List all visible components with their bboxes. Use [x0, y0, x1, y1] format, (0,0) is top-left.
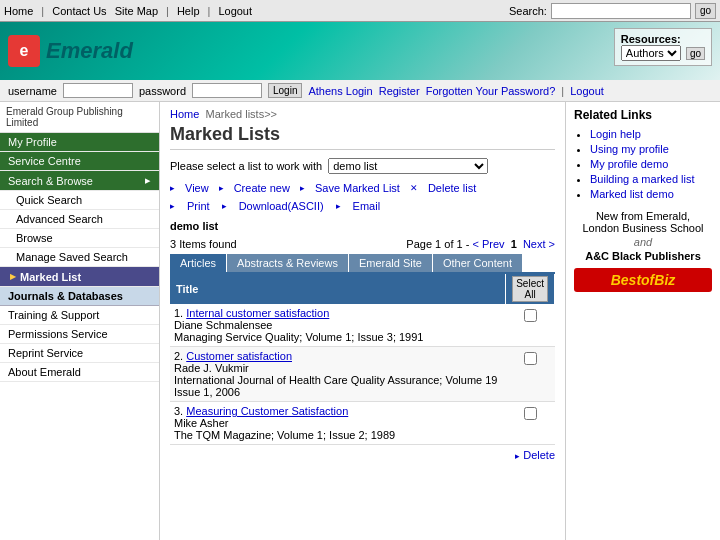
related-link-0[interactable]: Login help	[590, 128, 641, 140]
right-panel: Related Links Login help Using my profil…	[565, 102, 720, 540]
bestofbiz-biz: Biz	[654, 272, 675, 288]
top-search-go-button[interactable]: go	[695, 3, 716, 19]
page-number: 1	[511, 238, 517, 250]
header-logout-link[interactable]: Logout	[570, 85, 604, 97]
nav-sep1: |	[41, 5, 44, 17]
related-link-4[interactable]: Marked list demo	[590, 188, 674, 200]
promo-and: and	[574, 236, 712, 248]
table-row: 1. Internal customer satisfaction Diane …	[170, 304, 555, 347]
article-cell-3: 3. Measuring Customer Satisfaction Mike …	[170, 402, 506, 445]
nav-sep3: |	[208, 5, 211, 17]
article-checkbox-1[interactable]	[524, 309, 537, 322]
save-marked-list-button[interactable]: Save Marked List	[315, 182, 400, 194]
home-link[interactable]: Home	[4, 5, 33, 17]
login-bar: username password Login Athens Login Reg…	[0, 80, 720, 102]
top-search-area: Search: go	[509, 3, 716, 19]
related-link-item: Login help	[590, 128, 712, 140]
sidebar-item-reprint[interactable]: Reprint Service	[0, 344, 159, 363]
tab-articles[interactable]: Articles	[170, 254, 227, 272]
resources-go-button[interactable]: go	[686, 47, 705, 60]
sidebar-section-journals[interactable]: Journals & Databases	[0, 287, 159, 306]
article-checkbox-cell-1	[506, 304, 555, 347]
article-checkbox-3[interactable]	[524, 407, 537, 420]
download-button[interactable]: Download(ASCII)	[239, 200, 324, 212]
article-checkbox-cell-2	[506, 347, 555, 402]
article-meta-2: International Journal of Health Care Qua…	[174, 374, 497, 398]
resources-label: Resources:	[621, 33, 681, 45]
sidebar-item-about[interactable]: About Emerald	[0, 363, 159, 382]
sidebar-item-service-centre[interactable]: Service Centre	[0, 152, 159, 171]
search-label: Search:	[509, 5, 547, 17]
article-title-2[interactable]: Customer satisfaction	[186, 350, 292, 362]
sidebar-myprofile-label: My Profile	[8, 136, 57, 148]
contact-link[interactable]: Contact Us	[52, 5, 106, 17]
article-num-2: 2.	[174, 350, 186, 362]
delete-button[interactable]: Delete	[523, 449, 555, 461]
page-title: Marked Lists	[170, 124, 555, 150]
sidebar-item-training[interactable]: Training & Support	[0, 306, 159, 325]
tab-other-content[interactable]: Other Content	[433, 254, 523, 272]
logo-text: Emerald	[46, 38, 133, 64]
forgotten-password-link[interactable]: Forgotten Your Password?	[426, 85, 556, 97]
related-link-3[interactable]: Building a marked list	[590, 173, 695, 185]
related-link-2[interactable]: My profile demo	[590, 158, 668, 170]
print-button[interactable]: Print	[187, 200, 210, 212]
article-checkbox-2[interactable]	[524, 352, 537, 365]
top-search-input[interactable]	[551, 3, 691, 19]
sidebar-servicecentre-label: Service Centre	[8, 155, 81, 167]
sitemap-link[interactable]: Site Map	[115, 5, 158, 17]
sidebar-item-manage-saved[interactable]: Manage Saved Search	[0, 248, 159, 267]
related-link-1[interactable]: Using my profile	[590, 143, 669, 155]
athens-login-link[interactable]: Athens Login	[308, 85, 372, 97]
article-num-3: 3.	[174, 405, 186, 417]
password-input[interactable]	[192, 83, 262, 98]
sidebar-item-my-profile[interactable]: My Profile	[0, 133, 159, 152]
related-link-item: Marked list demo	[590, 188, 712, 200]
delete-list-button[interactable]: Delete list	[428, 182, 476, 194]
next-page[interactable]: Next >	[523, 238, 555, 250]
sidebar-training-label: Training & Support	[8, 309, 99, 321]
logout-link[interactable]: Logout	[218, 5, 252, 17]
password-label: password	[139, 85, 186, 97]
related-link-item: Using my profile	[590, 143, 712, 155]
breadcrumb-home[interactable]: Home	[170, 108, 199, 120]
action-row2: ▸ Print ▸ Download(ASCII) ▸ Email	[170, 200, 555, 212]
username-input[interactable]	[63, 83, 133, 98]
list-select[interactable]: demo list	[328, 158, 488, 174]
help-link[interactable]: Help	[177, 5, 200, 17]
sidebar-item-permissions[interactable]: Permissions Service	[0, 325, 159, 344]
article-meta-1: Managing Service Quality; Volume 1; Issu…	[174, 331, 423, 343]
select-prompt: Please select a list to work with	[170, 160, 322, 172]
sidebar-managesaved-label: Manage Saved Search	[16, 251, 128, 263]
resources-select[interactable]: Authors	[621, 45, 681, 61]
create-new-button[interactable]: Create new	[234, 182, 290, 194]
main-layout: Emerald Group PublishingLimited My Profi…	[0, 102, 720, 540]
sidebar-advancedsearch-label: Advanced Search	[16, 213, 103, 225]
view-button[interactable]: View	[185, 182, 209, 194]
sidebar: Emerald Group PublishingLimited My Profi…	[0, 102, 160, 540]
header: e Emerald Resources: Authors go	[0, 22, 720, 80]
sidebar-item-quick-search[interactable]: Quick Search	[0, 191, 159, 210]
sidebar-journals-label: Journals & Databases	[8, 290, 123, 302]
marked-list-bullet: ▸	[10, 270, 16, 283]
select-all-button[interactable]: SelectAll	[512, 276, 548, 302]
article-title-3[interactable]: Measuring Customer Satisfaction	[186, 405, 348, 417]
sidebar-item-search-browse[interactable]: Search & Browse ▸	[0, 171, 159, 191]
article-author-2: Rade J. Vukmir	[174, 362, 249, 374]
sidebar-item-browse[interactable]: Browse	[0, 229, 159, 248]
col-select-all[interactable]: SelectAll	[506, 274, 555, 304]
article-title-1[interactable]: Internal customer satisfaction	[186, 307, 329, 319]
related-links-title: Related Links	[574, 108, 712, 122]
bestofbiz-best: Best	[611, 272, 641, 288]
username-label: username	[8, 85, 57, 97]
logo-area: e Emerald	[8, 35, 133, 67]
prev-page[interactable]: < Prev	[472, 238, 504, 250]
login-button[interactable]: Login	[268, 83, 302, 98]
article-cell-2: 2. Customer satisfaction Rade J. Vukmir …	[170, 347, 506, 402]
tab-emerald-site[interactable]: Emerald Site	[349, 254, 433, 272]
register-link[interactable]: Register	[379, 85, 420, 97]
email-button[interactable]: Email	[353, 200, 381, 212]
tab-abstracts[interactable]: Abstracts & Reviews	[227, 254, 349, 272]
sidebar-item-advanced-search[interactable]: Advanced Search	[0, 210, 159, 229]
sidebar-item-marked-list[interactable]: ▸ Marked List	[0, 267, 159, 287]
